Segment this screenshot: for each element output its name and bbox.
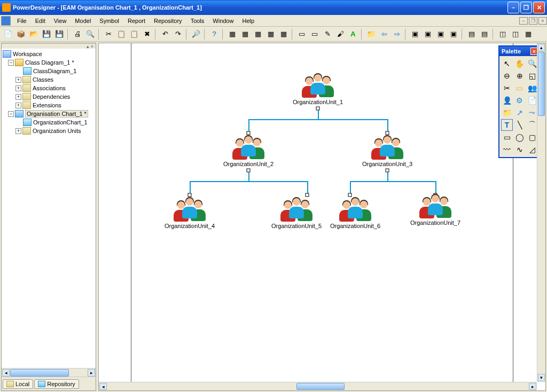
new-model-button[interactable]: 📦 (15, 28, 27, 40)
save-button[interactable]: 💾 (41, 28, 52, 40)
curve-tool-icon[interactable]: ∿ (514, 144, 526, 155)
help-button[interactable]: ? (208, 28, 220, 40)
new-button[interactable]: 📄 (2, 28, 14, 40)
canvas-vscroll[interactable]: ▴▾ (537, 43, 545, 382)
cut-button[interactable]: ✂ (103, 28, 114, 40)
grabber-tool-icon[interactable]: ✋ (514, 58, 526, 69)
menu-edit[interactable]: Edit (31, 17, 50, 25)
mdi-close-button[interactable]: × (538, 17, 547, 25)
folder-tool-icon[interactable]: 📁 (501, 107, 513, 119)
tree-org-chart[interactable]: −Organisation Chart_1 * (3, 109, 95, 118)
org-unit-5[interactable]: OrganizationUnit_5 (264, 198, 329, 229)
org-unit-7[interactable]: OrganizationUnit_7 (403, 195, 467, 226)
find-button[interactable]: 🔎 (190, 28, 202, 40)
org-unit-3[interactable]: OrganizationUnit_3 (355, 136, 419, 167)
redo-button[interactable]: ↷ (172, 28, 184, 40)
forward-button[interactable]: ⇨ (391, 28, 403, 40)
line-tool-icon[interactable]: ╲ (514, 119, 526, 131)
print-preview-button[interactable]: 🔍 (84, 28, 96, 40)
menu-file[interactable]: File (13, 17, 31, 25)
canvas-hscroll[interactable]: ◂▸ (99, 382, 537, 390)
tool-c-icon[interactable]: ▦ (252, 28, 264, 40)
minimize-button[interactable]: – (507, 2, 519, 13)
org-unit-6[interactable]: OrganizationUnit_6 (323, 198, 387, 229)
copy-button[interactable]: 📋 (115, 28, 127, 40)
collapse-icon[interactable]: − (8, 111, 14, 117)
tree-class-diagram[interactable]: −Class Diagram_1 * (3, 58, 95, 67)
menu-report[interactable]: Report (123, 17, 150, 25)
expand-icon[interactable]: + (15, 94, 21, 100)
tree-orgchart1[interactable]: OrganizationChart_1 (3, 118, 95, 127)
view-c-icon[interactable]: ▣ (435, 28, 447, 40)
pointer-tool-icon[interactable]: ↖ (501, 58, 513, 69)
collapse-icon[interactable]: − (8, 60, 14, 66)
panel-a-icon[interactable]: ◫ (497, 28, 509, 40)
color-icon[interactable]: 🖌 (334, 28, 346, 40)
menu-repository[interactable]: Repository (150, 17, 186, 25)
undo-button[interactable]: ↶ (159, 28, 171, 40)
align-b-icon[interactable]: ▤ (479, 28, 490, 40)
poly-tool-icon[interactable]: 〰 (501, 144, 513, 155)
tab-repository[interactable]: Repository (34, 379, 79, 389)
edit-icon[interactable]: ✎ (322, 28, 333, 40)
view-d-icon[interactable]: ▣ (448, 28, 459, 40)
tool-a-icon[interactable]: ▦ (226, 28, 238, 40)
app-menu-icon[interactable] (1, 16, 11, 26)
expand-icon[interactable]: + (15, 103, 21, 108)
cut-tool-icon[interactable]: ✂ (501, 82, 513, 94)
tree-classdiagram1[interactable]: ClassDiagram_1 (3, 67, 95, 75)
tree-org-units[interactable]: +Organization Units (3, 127, 95, 135)
tree-workspace[interactable]: Workspace (3, 50, 95, 58)
folder-icon[interactable]: 📁 (365, 28, 377, 40)
site-tool-icon[interactable]: ⚙ (514, 95, 526, 106)
link-a-tool-icon[interactable]: ↗ (514, 107, 526, 119)
align-a-icon[interactable]: ▤ (466, 28, 478, 40)
zoom-fit-icon[interactable]: ⊕ (514, 70, 526, 82)
panel-handle[interactable]: ▴ × (2, 43, 96, 49)
tree-classes[interactable]: +Classes (3, 75, 95, 84)
tool-e-icon[interactable]: ▦ (278, 28, 290, 40)
note-tool-icon[interactable]: ▭ (514, 82, 526, 94)
save-all-button[interactable]: 💾 (53, 28, 65, 40)
layer-b-icon[interactable]: ▭ (309, 28, 321, 40)
menu-window[interactable]: Window (208, 17, 238, 25)
menu-model[interactable]: Model (71, 17, 95, 25)
tab-local[interactable]: Local (3, 379, 33, 389)
menu-help[interactable]: Help (238, 17, 259, 25)
text-icon[interactable]: A (347, 28, 359, 40)
mdi-restore-button[interactable]: ❐ (529, 17, 537, 25)
panel-c-icon[interactable]: ▦ (522, 28, 534, 40)
ellipse-tool-icon[interactable]: ◯ (514, 131, 526, 143)
layer-a-icon[interactable]: ▭ (296, 28, 308, 40)
zoom-out-icon[interactable]: ⊖ (501, 70, 513, 82)
panel-b-icon[interactable]: ◫ (510, 28, 521, 40)
mdi-minimize-button[interactable]: – (519, 17, 528, 25)
expand-icon[interactable]: + (15, 85, 21, 91)
view-b-icon[interactable]: ▣ (422, 28, 434, 40)
org-unit-1[interactable]: OrganizationUnit_1 (286, 74, 350, 105)
menu-view[interactable]: View (50, 17, 71, 25)
paste-button[interactable]: 📋 (128, 28, 140, 40)
rect-tool-icon[interactable]: ▭ (501, 131, 513, 143)
open-button[interactable]: 📂 (28, 28, 40, 40)
menu-tools[interactable]: Tools (186, 17, 209, 25)
tree-dependencies[interactable]: +Dependencies (3, 92, 95, 101)
text-tool-icon[interactable]: T (501, 119, 513, 131)
diagram-canvas[interactable]: OrganizationUnit_1 OrganizationUnit_2 Or… (98, 43, 546, 391)
back-button[interactable]: ⇦ (378, 28, 390, 40)
menu-symbol[interactable]: Symbol (95, 17, 123, 25)
tool-d-icon[interactable]: ▦ (265, 28, 277, 40)
expand-icon[interactable]: + (15, 77, 21, 83)
maximize-button[interactable]: ❐ (520, 2, 532, 13)
org-unit-2[interactable]: OrganizationUnit_2 (216, 136, 280, 167)
tool-b-icon[interactable]: ▦ (239, 28, 251, 40)
tree-associations[interactable]: +Associations (3, 84, 95, 92)
palette-panel[interactable]: Palette× ↖ ✋ 🔍 ⊖ ⊕ ◱ ✂ ▭ 👥 👤 ⚙ 📄 📁 ↗ (498, 45, 541, 158)
view-a-icon[interactable]: ▣ (409, 28, 421, 40)
close-button[interactable]: ✕ (533, 2, 545, 13)
expand-icon[interactable]: + (15, 128, 21, 134)
sidebar-hscroll[interactable]: ◂▸ (2, 368, 96, 377)
delete-button[interactable]: ✖ (141, 28, 153, 40)
person-tool-icon[interactable]: 👤 (501, 95, 513, 106)
print-button[interactable]: 🖨 (72, 28, 83, 40)
